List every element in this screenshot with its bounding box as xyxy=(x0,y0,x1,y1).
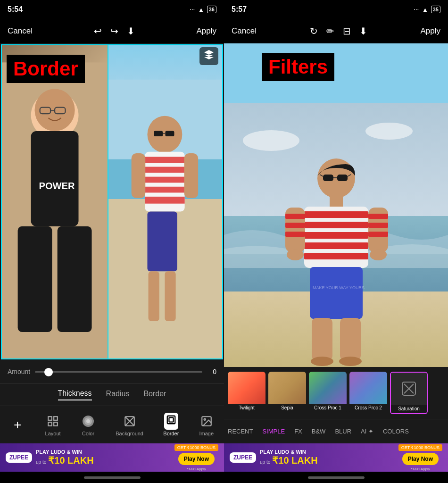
right-panel: 5:57 ··· ▲ 35 Cancel ↻ ✏ ⊟ ⬇ Apply Filte… xyxy=(224,0,448,483)
left-apply-button[interactable]: Apply xyxy=(196,26,216,36)
layout-icon xyxy=(45,414,60,429)
cat-colors[interactable]: COLORS xyxy=(383,428,409,435)
svg-rect-57 xyxy=(304,232,368,239)
svg-rect-24 xyxy=(149,271,159,321)
tool-layout[interactable]: Layout xyxy=(45,414,61,436)
svg-rect-23 xyxy=(148,212,177,272)
filter-thumb-twilight[interactable]: Twilight xyxy=(228,372,265,414)
right-refresh-icon[interactable]: ↻ xyxy=(310,25,318,37)
svg-rect-70 xyxy=(310,267,363,319)
svg-rect-66 xyxy=(368,223,388,228)
svg-rect-22 xyxy=(145,197,184,204)
right-ad-terms: *T&C Apply xyxy=(411,467,430,471)
left-cancel-button[interactable]: Cancel xyxy=(8,26,33,36)
right-home-bar xyxy=(308,476,365,479)
tool-border[interactable]: Border xyxy=(163,414,179,436)
filter-thumb-saturation[interactable]: Saturation xyxy=(390,372,428,414)
right-eraser-icon[interactable]: ✏ xyxy=(326,25,334,37)
cat-blur[interactable]: BLUR xyxy=(335,428,351,435)
right-crop-icon[interactable]: ⊟ xyxy=(343,25,351,37)
svg-rect-19 xyxy=(145,167,184,173)
right-ad-banner[interactable]: ZUPEE PLAY LUDO & WIN up to ₹10 LAKH GET… xyxy=(224,443,448,472)
filter-thumb-sepia[interactable]: Sepia xyxy=(268,372,306,414)
slider-thumb[interactable] xyxy=(44,368,53,376)
svg-point-44 xyxy=(365,123,413,140)
tool-image-label: Image xyxy=(199,431,214,436)
border-icon xyxy=(164,414,179,429)
svg-rect-2 xyxy=(31,131,79,226)
left-time: 5:54 xyxy=(8,5,23,14)
svg-rect-55 xyxy=(304,211,368,218)
right-time: 5:57 xyxy=(232,5,247,14)
tool-add[interactable]: + xyxy=(10,417,25,433)
svg-rect-21 xyxy=(145,187,184,193)
cat-recent[interactable]: RECENT xyxy=(228,428,253,435)
left-battery: 36 xyxy=(207,6,216,13)
svg-rect-39 xyxy=(169,417,173,422)
tool-image[interactable]: Image xyxy=(199,414,214,436)
svg-point-74 xyxy=(311,357,333,366)
slider-label: Amount xyxy=(8,368,30,375)
crossproc2-preview xyxy=(349,372,387,404)
right-ad-text: PLAY LUDO & WIN xyxy=(260,449,395,455)
tool-color-label: Color xyxy=(82,431,94,436)
slider-value: 0 xyxy=(207,368,216,375)
tool-background[interactable]: Background xyxy=(116,414,143,436)
svg-rect-30 xyxy=(48,422,52,426)
svg-point-68 xyxy=(287,249,304,260)
tab-thickness[interactable]: Thickness xyxy=(58,389,92,400)
twilight-label: Twilight xyxy=(228,404,265,412)
add-icon: + xyxy=(10,417,25,433)
right-ad-logo: ZUPEE xyxy=(230,452,256,463)
svg-rect-26 xyxy=(132,153,146,198)
right-home-indicator xyxy=(224,472,448,483)
tab-border[interactable]: Border xyxy=(143,390,166,400)
right-download-icon[interactable]: ⬇ xyxy=(359,25,367,37)
svg-rect-18 xyxy=(145,157,184,163)
tab-radius[interactable]: Radius xyxy=(106,390,130,400)
filter-thumb-crossproc2[interactable]: Cross Proc 2 xyxy=(349,372,387,414)
svg-rect-31 xyxy=(54,422,58,426)
right-signal-icon: ··· xyxy=(414,7,419,12)
tool-color[interactable]: Color xyxy=(81,414,96,436)
right-apply-button[interactable]: Apply xyxy=(420,26,440,36)
left-signal-icon: ··· xyxy=(190,7,195,12)
left-ad-button[interactable]: Play Now xyxy=(178,453,215,465)
svg-rect-15 xyxy=(166,131,174,137)
left-ad-upTo: up to xyxy=(36,459,46,465)
cat-fx[interactable]: FX xyxy=(294,428,302,435)
svg-rect-48 xyxy=(323,175,333,181)
left-undo-icon[interactable]: ↩ xyxy=(94,25,102,37)
crossproc2-label: Cross Proc 2 xyxy=(349,404,387,412)
amount-slider[interactable] xyxy=(35,371,202,373)
layers-button[interactable] xyxy=(199,47,218,65)
right-cancel-button[interactable]: Cancel xyxy=(232,26,257,36)
svg-rect-61 xyxy=(285,214,305,219)
svg-rect-56 xyxy=(304,222,368,228)
svg-rect-67 xyxy=(368,232,388,237)
cat-ai[interactable]: AI ✦ xyxy=(361,428,373,435)
cat-simple[interactable]: SIMPLE xyxy=(262,428,285,435)
left-ad-banner[interactable]: ZUPEE PLAY LUDO & WIN up to ₹10 LAKH GET… xyxy=(0,443,224,472)
filter-thumb-crossproc1[interactable]: Cross Proc 1 xyxy=(309,372,347,414)
svg-rect-58 xyxy=(304,242,368,249)
svg-rect-27 xyxy=(184,153,199,198)
left-home-indicator xyxy=(0,472,224,483)
cat-bw[interactable]: B&W xyxy=(312,428,326,435)
right-ad-upTo: up to xyxy=(260,459,270,465)
svg-rect-63 xyxy=(285,232,305,237)
left-download-icon[interactable]: ⬇ xyxy=(127,25,135,37)
left-label-text: Border xyxy=(13,58,78,80)
right-ad-button[interactable]: Play Now xyxy=(402,453,439,465)
right-status-icons: ··· ▲ 35 xyxy=(414,6,440,13)
color-icon xyxy=(81,414,96,429)
saturation-label: Saturation xyxy=(391,405,427,413)
tabs-row: Thickness Radius Border xyxy=(0,383,224,406)
left-slider-area: Amount 0 xyxy=(0,360,224,383)
svg-point-43 xyxy=(243,130,299,151)
svg-point-69 xyxy=(370,249,387,260)
svg-point-13 xyxy=(148,116,183,153)
right-toolbar: Cancel ↻ ✏ ⊟ ⬇ Apply xyxy=(224,19,448,43)
left-redo-icon[interactable]: ↪ xyxy=(110,25,118,37)
right-ad-amount: ₹10 LAKH xyxy=(272,455,317,466)
